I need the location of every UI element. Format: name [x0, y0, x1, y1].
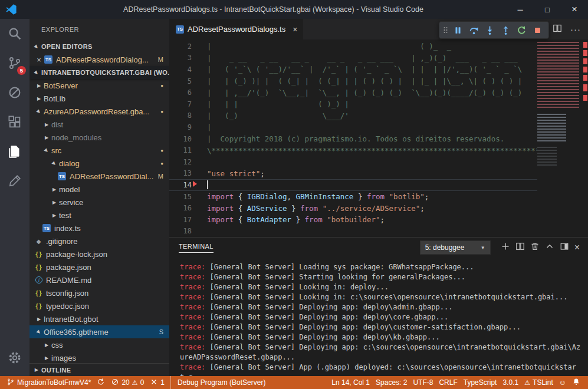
close-button[interactable]: ×: [561, 0, 588, 19]
language-status[interactable]: TypeScript: [461, 378, 500, 387]
tree-item-src[interactable]: ▶src●: [29, 144, 169, 157]
code-line-14[interactable]: 14: [169, 179, 588, 191]
close-icon[interactable]: ×: [34, 55, 44, 64]
chevron-icon: ▶: [31, 67, 42, 78]
code-line-5[interactable]: 5| | (_) )| | ( (_| | ( (_| | | ( ) ( ) …: [169, 75, 588, 87]
tree-item-adresetpassworddial[interactable]: TSADResetPasswordDial...M: [29, 170, 169, 183]
feedback-smiley-icon[interactable]: ☺: [556, 378, 569, 387]
kill-terminal-button[interactable]: [530, 242, 540, 253]
open-editors-header[interactable]: ▶ OPEN EDITORS: [29, 40, 169, 53]
tree-item-test[interactable]: ▶test: [29, 209, 169, 222]
indentation-status[interactable]: Spaces: 2: [373, 378, 410, 387]
close-icon[interactable]: ×: [293, 25, 297, 34]
code-line-17[interactable]: 17import { BotAdapter } from "botbuilder…: [169, 214, 588, 226]
tree-item-package-lock-json[interactable]: {}package-lock.json: [29, 248, 169, 261]
debug-icon[interactable]: [0, 78, 29, 107]
tree-item-images[interactable]: ▶images: [29, 351, 169, 363]
open-editor-item[interactable]: × TS ADResetPasswordDialog... M: [29, 53, 169, 66]
minimize-button[interactable]: ─: [507, 0, 534, 19]
code-editor[interactable]: 2| ( )_ _ |3| _ __ _ __ __ _ __ _ _ __ _…: [169, 39, 588, 237]
close-panel-button[interactable]: ×: [574, 243, 580, 252]
git-status-badge: S: [159, 328, 163, 335]
sync-status[interactable]: [94, 376, 108, 389]
search-icon[interactable]: [0, 19, 29, 48]
gear-icon[interactable]: [0, 343, 29, 372]
toggle-panel-position-button[interactable]: [560, 242, 569, 253]
tree-item-botlib[interactable]: ▶BotLib: [29, 92, 169, 105]
maximize-panel-button[interactable]: [545, 242, 554, 253]
split-editor-icon[interactable]: [553, 24, 562, 35]
version-status[interactable]: 3.0.1: [500, 378, 521, 387]
tree-item-package-json[interactable]: {}package.json: [29, 261, 169, 273]
tree-item-service[interactable]: ▶service: [29, 196, 169, 209]
code-line-13[interactable]: 13"use strict";: [169, 168, 588, 180]
tree-item-index-ts[interactable]: TSindex.ts: [29, 222, 169, 235]
code-line-3[interactable]: 3| _ __ _ __ __ _ __ _ _ __ ___ | ,_)(_)…: [169, 52, 588, 64]
code-line-8[interactable]: 8| (_) \___/' |: [169, 110, 588, 122]
problems-status[interactable]: 20 ⚠ 0: [108, 376, 147, 389]
code-line-6[interactable]: 6| | ,__/'(_) `\__,_| `\__, | (_) (_) (_…: [169, 87, 588, 98]
line-number: 5: [169, 77, 192, 85]
tree-item-dist[interactable]: ▶dist: [29, 118, 169, 131]
tree-item-typedoc-json[interactable]: {}typedoc.json: [29, 299, 169, 312]
cursor-position-status[interactable]: Ln 14, Col 1: [329, 378, 373, 387]
tab-terminal[interactable]: TERMINAL: [179, 243, 213, 253]
outline-header[interactable]: ▶ OUTLINE: [29, 363, 169, 376]
step-over-button[interactable]: [466, 22, 482, 38]
readme-info-icon: i: [35, 276, 42, 283]
extra-count-status[interactable]: 1: [147, 376, 167, 389]
code-line-9[interactable]: 9| |: [169, 121, 588, 133]
tree-item-office365-gbtheme[interactable]: ▶Office365.gbthemeS: [29, 325, 169, 338]
more-actions-icon[interactable]: ···: [570, 24, 581, 34]
code-line-10[interactable]: 10| Copyright 2018 (c) pragmatismo.io. T…: [169, 133, 588, 145]
step-out-button[interactable]: [498, 22, 514, 38]
notifications-bell-icon[interactable]: [569, 378, 583, 388]
eol-status[interactable]: CRLF: [436, 378, 460, 387]
tree-item-tsconfig-json[interactable]: {}tsconfig.json: [29, 286, 169, 299]
code-line-18[interactable]: 18: [169, 226, 588, 238]
split-terminal-button[interactable]: [515, 242, 525, 253]
code-line-4[interactable]: 4| ( '_`\ ( '__)/'__` | /'_` | ( '_ ` _ …: [169, 64, 588, 75]
new-terminal-button[interactable]: [501, 242, 510, 253]
code-line-16[interactable]: 16import { ADService } from "../service/…: [169, 202, 588, 214]
code-line-12[interactable]: 12: [169, 156, 588, 168]
tree-item-css[interactable]: ▶css: [29, 338, 169, 351]
extensions-icon[interactable]: [0, 107, 29, 137]
tree-item-azureadpasswordreset-gba[interactable]: ▶AzureADPasswordReset.gba...●: [29, 105, 169, 118]
modified-dot-badge: ●: [160, 161, 163, 166]
tree-item-readme-md[interactable]: iREADME.md: [29, 273, 169, 286]
source-control-icon[interactable]: 5: [0, 48, 29, 78]
code-line-11[interactable]: 11\*************************************…: [169, 144, 588, 156]
terminal-selector-dropdown[interactable]: 5: debuggee ▼: [420, 240, 491, 255]
tree-item-model[interactable]: ▶model: [29, 183, 169, 196]
tslint-status[interactable]: ⚠ TSLint: [521, 378, 556, 387]
code-line-2[interactable]: 2| ( )_ _ |: [169, 41, 588, 52]
scm-changes-badge: 5: [17, 66, 26, 75]
terminal-output[interactable]: trace: [General Bot Server] Loading sys …: [169, 258, 588, 376]
drag-handle-icon[interactable]: [442, 25, 450, 35]
pause-button[interactable]: [450, 22, 466, 38]
stop-button[interactable]: [530, 22, 546, 38]
code-line-15[interactable]: 15import { IGBDialog, GBMinInstance } fr…: [169, 191, 588, 203]
tab-adresetpassworddialogs[interactable]: TS ADResetPasswordDialogs.ts ×: [169, 19, 303, 39]
edit-icon[interactable]: [0, 166, 29, 196]
title-bar: ADResetPasswordDialogs.ts - IntranetBotQ…: [0, 0, 588, 19]
step-into-button[interactable]: [482, 22, 498, 38]
encoding-status[interactable]: UTF-8: [410, 378, 436, 387]
open-editors-label: OPEN EDITORS: [41, 43, 93, 50]
tree-item-dialog[interactable]: ▶dialog●: [29, 157, 169, 170]
git-branch-status[interactable]: MigrationToBotFmwV4*: [4, 376, 94, 389]
maximize-button[interactable]: □: [534, 0, 561, 19]
tree-item-botserver[interactable]: ▶BotServer●: [29, 79, 169, 92]
workspace-header[interactable]: ▶ INTRANETBOTQUICKSTART.GBAI (WO...: [29, 66, 169, 79]
minimap[interactable]: [537, 39, 582, 237]
restart-button[interactable]: [514, 22, 530, 38]
tree-item-intranetbot-gbot[interactable]: ▶IntranetBot.gbot: [29, 312, 169, 325]
typescript-file-icon: TS: [44, 55, 52, 64]
tree-item-node-modules[interactable]: ▶node_modules: [29, 131, 169, 144]
explorer-icon[interactable]: [0, 137, 29, 166]
overview-ruler[interactable]: [582, 39, 588, 237]
code-line-7[interactable]: 7| | | ( )_) | |: [169, 98, 588, 110]
debug-target-status[interactable]: Debug Program (BotServer): [170, 376, 268, 389]
tree-item-gitignore[interactable]: ◆.gitignore: [29, 235, 169, 248]
